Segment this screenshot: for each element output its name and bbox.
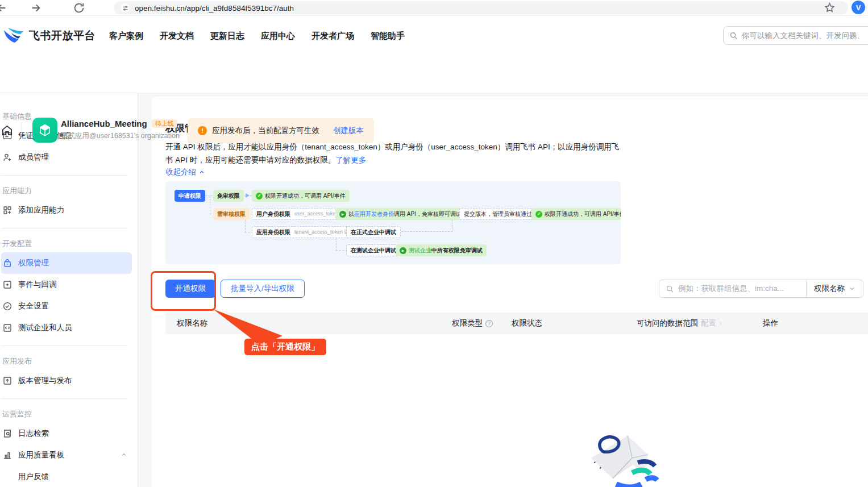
flow-node-label: 用户身份权限 bbox=[256, 210, 290, 218]
lock-icon bbox=[2, 258, 13, 268]
nav-item-assistant[interactable]: 智能助手 bbox=[371, 31, 405, 41]
flow-node-label: 在测试企业中调试 bbox=[351, 247, 396, 255]
brand-name: 飞书开放平台 bbox=[29, 28, 95, 43]
nav-item-changelog[interactable]: 更新日志 bbox=[210, 31, 244, 41]
flow-node-test-debug: 在测试企业中调试 bbox=[346, 244, 401, 256]
sidebar-item-events[interactable]: 事件与回调 bbox=[1, 274, 132, 295]
sidebar-item-label: 事件与回调 bbox=[18, 280, 57, 290]
scope-config-link[interactable]: 配置 bbox=[701, 318, 724, 328]
flow-node-label: 提交版本，管理员审核通过 bbox=[464, 210, 532, 218]
col-action: 操作 bbox=[763, 318, 868, 328]
bookmark-star-icon[interactable] bbox=[824, 2, 836, 14]
description-text: 开通 API 权限后，应用才能以应用身份（tenant_access_token… bbox=[165, 143, 619, 164]
scope-config-label: 配置 bbox=[701, 318, 716, 328]
sidebar-item-log-search[interactable]: 日志检索 bbox=[1, 423, 132, 444]
annotation-callout: 点击「开通权限」 bbox=[244, 339, 326, 355]
sidebar-group-capability: 应用能力 bbox=[1, 182, 132, 199]
flow-node-dev-call: ▶ 以应用开发者身份调用 API，免审核即可调试 bbox=[335, 208, 466, 220]
chevron-right-icon bbox=[717, 320, 724, 327]
permission-flow-diagram: 申请权限 免审权限 ✓ 权限开通成功，可调用 API/事件 需审核权限 用户身份… bbox=[165, 181, 621, 264]
sidebar-item-label: 应用质量看板 bbox=[18, 450, 64, 460]
app-name: AllianceHub_Meeting bbox=[61, 119, 147, 128]
bulk-import-export-button[interactable]: 批量导入/导出权限 bbox=[221, 280, 305, 298]
col-permission-type: 权限类型 ? bbox=[452, 318, 512, 328]
upload-icon bbox=[2, 376, 13, 386]
col-label: 操作 bbox=[763, 318, 778, 328]
empty-state-illustration bbox=[575, 423, 665, 487]
col-label: 可访问的数据范围 bbox=[637, 318, 698, 328]
sidebar-item-add-capability[interactable]: 添加应用能力 bbox=[1, 199, 132, 221]
warning-icon: ! bbox=[198, 126, 207, 135]
square-plus-icon bbox=[2, 280, 13, 290]
filter-type-select[interactable]: 权限名称 bbox=[807, 280, 863, 297]
back-icon[interactable] bbox=[0, 2, 8, 14]
sidebar-item-version-release[interactable]: 版本管理与发布 bbox=[1, 370, 132, 392]
question-circle-icon[interactable]: ? bbox=[485, 320, 493, 327]
sidebar-divider bbox=[1, 346, 127, 346]
top-nav: 飞书开放平台 客户案例 开发文档 更新日志 应用中心 开发者广场 智能助手 你可… bbox=[0, 16, 868, 56]
sidebar-item-label: 版本管理与发布 bbox=[18, 376, 72, 386]
collapse-intro-link[interactable]: 收起介绍 bbox=[165, 167, 205, 178]
publish-alert-banner: ! 应用发布后，当前配置方可生效 创建版本 bbox=[188, 118, 374, 143]
check-icon: ✓ bbox=[256, 193, 263, 199]
flow-node-prod-debug: 在正式企业中调试 bbox=[346, 226, 401, 238]
bar-chart-icon bbox=[2, 450, 13, 460]
open-permission-button[interactable]: 开通权限 bbox=[165, 280, 215, 298]
flow-node-label: 在正式企业中调试 bbox=[351, 228, 396, 236]
nav-item-appcenter[interactable]: 应用中心 bbox=[261, 31, 295, 41]
sidebar-item-test-company[interactable]: 测试企业和人员 bbox=[1, 317, 132, 339]
col-data-scope: 可访问的数据范围 配置 bbox=[637, 318, 763, 328]
col-label: 权限名称 bbox=[177, 318, 207, 328]
sidebar-group-release: 应用发布 bbox=[1, 353, 132, 370]
app-meta: AllianceHub_Meeting 待上线 正式应用@user168531'… bbox=[61, 119, 180, 141]
permission-search-input[interactable]: 例如：获取群组信息、im:cha... bbox=[659, 280, 806, 297]
flow-node-code: tenant_access_token 调用 bbox=[294, 228, 355, 236]
sidebar-item-members[interactable]: 成员管理 bbox=[1, 147, 132, 168]
reload-icon[interactable] bbox=[73, 2, 85, 14]
sidebar-item-quality-board[interactable]: 应用质量看板 bbox=[1, 444, 132, 466]
sidebar: 基础信息 凭证与基础信息 成员管理 应用能力 添加应用能力 开发配置 权限管理 … bbox=[0, 93, 138, 487]
flow-node-submit: 提交版本，管理员审核通过 bbox=[459, 208, 537, 220]
nav-item-devplaza[interactable]: 开发者广场 bbox=[312, 31, 354, 41]
flow-node-label: 应用身份权限 bbox=[256, 228, 290, 236]
app-header: AllianceHub_Meeting 待上线 正式应用@user168531'… bbox=[0, 56, 868, 93]
search-icon bbox=[729, 31, 738, 40]
chevron-up-icon[interactable] bbox=[121, 451, 127, 460]
sidebar-group-monitor: 运营监控 bbox=[1, 406, 132, 423]
shield-check-icon bbox=[2, 301, 13, 311]
main-area: 权限管理 开通 API 权限后，应用才能以应用身份（tenant_access_… bbox=[138, 93, 868, 487]
chevron-up-icon bbox=[198, 169, 205, 176]
browser-chrome: open.feishu.cn/app/cli_a9fd8584f5391bc7/… bbox=[0, 0, 868, 16]
sidebar-divider bbox=[1, 228, 127, 228]
create-version-link[interactable]: 创建版本 bbox=[333, 126, 364, 136]
sidebar-item-label: 日志检索 bbox=[18, 428, 49, 439]
address-bar[interactable]: open.feishu.cn/app/cli_a9fd8584f5391bc7/… bbox=[114, 1, 848, 15]
browser-profile-avatar[interactable]: V bbox=[852, 1, 865, 14]
learn-more-link[interactable]: 了解更多 bbox=[335, 156, 366, 164]
forward-icon[interactable] bbox=[30, 2, 42, 14]
alert-text: 应用发布后，当前配置方可生效 bbox=[212, 126, 319, 136]
flow-node-label: 以应用开发者身份调用 API，免审核即可调试 bbox=[348, 210, 462, 218]
sidebar-item-user-feedback[interactable]: 用户反馈 bbox=[1, 466, 132, 487]
sidebar-item-permissions[interactable]: 权限管理 bbox=[1, 252, 132, 274]
nav-item-cases[interactable]: 客户案例 bbox=[109, 31, 143, 41]
toolbar-buttons: 开通权限 批量导入/导出权限 bbox=[165, 280, 305, 298]
nav-item-docs[interactable]: 开发文档 bbox=[160, 31, 194, 41]
home-icon[interactable] bbox=[1, 124, 14, 137]
col-permission-status: 权限状态 bbox=[512, 318, 637, 328]
col-label: 权限类型 bbox=[452, 318, 483, 328]
debug-icon: ▶ bbox=[339, 211, 346, 218]
sidebar-item-label: 用户反馈 bbox=[18, 472, 49, 482]
feishu-logo-icon bbox=[3, 27, 24, 44]
site-settings-icon[interactable] bbox=[121, 3, 130, 13]
sidebar-item-label: 添加应用能力 bbox=[18, 205, 64, 215]
url-text[interactable]: open.feishu.cn/app/cli_a9fd8584f5391bc7/… bbox=[135, 4, 294, 13]
check-icon: ✓ bbox=[535, 211, 542, 218]
sidebar-item-security[interactable]: 安全设置 bbox=[1, 295, 132, 317]
doc-search-input[interactable]: 你可以输入文档关键词、开发问题、 bbox=[723, 26, 868, 45]
arrow-right-icon bbox=[246, 193, 250, 198]
header-divider bbox=[22, 122, 22, 139]
grid-plus-icon bbox=[2, 205, 13, 215]
brand[interactable]: 飞书开放平台 bbox=[3, 27, 95, 44]
app-org: 正式应用@user168531's organization bbox=[61, 131, 180, 141]
